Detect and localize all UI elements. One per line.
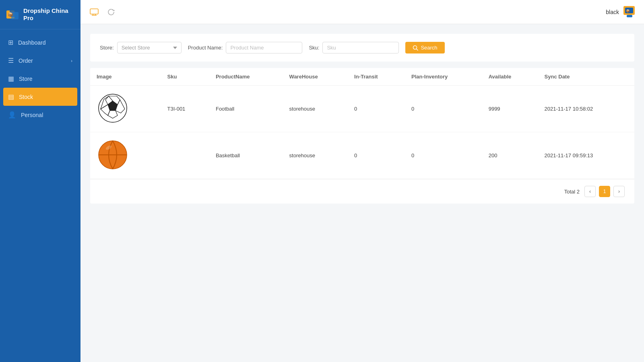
cell-available: 200	[482, 132, 538, 179]
sidebar: 📦 Dropship China Pro ⊞ Dashboard ☰ Order…	[0, 0, 80, 362]
cell-in-transit: 0	[348, 132, 405, 179]
stock-table: Image Sku ProductName WareHouse In-Trans…	[90, 68, 634, 204]
cell-available: 9999	[482, 86, 538, 132]
prev-page-button[interactable]: ‹	[584, 186, 596, 197]
sidebar-logo-text: Dropship China Pro	[23, 7, 75, 22]
sidebar-item-stock[interactable]: ▤ Stock	[3, 88, 77, 106]
monitor-icon[interactable]	[89, 6, 100, 18]
svg-text:📦: 📦	[626, 9, 630, 13]
sku-label: Sku:	[309, 45, 319, 51]
sidebar-item-dashboard[interactable]: ⊞ Dashboard	[0, 33, 80, 51]
cell-sync-date: 2021-11-17 09:59:13	[538, 132, 634, 179]
personal-icon: 👤	[8, 111, 16, 119]
stock-icon: ▤	[8, 93, 14, 101]
next-page-button[interactable]: ›	[613, 186, 625, 197]
cell-in-transit: 0	[348, 86, 405, 132]
cell-sync-date: 2021-11-17 10:58:02	[538, 86, 634, 132]
cell-product-name: Basketball	[209, 132, 283, 179]
sidebar-nav: ⊞ Dashboard ☰ Order › ▦ Store ▤ Stock 👤 …	[0, 29, 80, 362]
sidebar-logo[interactable]: 📦 Dropship China Pro	[0, 0, 80, 29]
product-name-input[interactable]	[226, 42, 302, 53]
topbar-left	[89, 6, 117, 18]
col-available: Available	[482, 68, 538, 86]
cell-plan-inventory: 0	[405, 86, 482, 132]
cell-sku	[161, 132, 209, 179]
user-name: black	[606, 9, 619, 15]
sidebar-item-order[interactable]: ☰ Order ›	[0, 51, 80, 70]
topbar: black 📦	[80, 0, 644, 24]
table-row: Basketball storehouse 0 0 200 2021-11-17…	[90, 132, 634, 179]
sidebar-item-label: Personal	[21, 112, 43, 118]
sku-input[interactable]	[322, 42, 399, 53]
svg-rect-10	[627, 15, 632, 17]
sidebar-item-personal[interactable]: 👤 Personal	[0, 106, 80, 124]
cell-image	[90, 86, 161, 132]
refresh-icon[interactable]	[105, 6, 117, 18]
col-warehouse: WareHouse	[283, 68, 348, 86]
col-product-name: ProductName	[209, 68, 283, 86]
topbar-right: black 📦	[606, 6, 636, 19]
content-area: Store: Select Store Product Name: Sku: S…	[80, 24, 644, 362]
col-sku: Sku	[161, 68, 209, 86]
col-sync-date: Sync Date	[538, 68, 634, 86]
cell-sku: T3I-001	[161, 86, 209, 132]
col-image: Image	[90, 68, 161, 86]
dashboard-icon: ⊞	[8, 39, 13, 46]
main-area: black 📦 Store: Select Store Product Name…	[80, 0, 644, 362]
store-filter-group: Store: Select Store	[100, 42, 182, 53]
store-label: Store:	[100, 45, 114, 51]
page-total: Total 2	[564, 189, 580, 195]
search-button[interactable]: Search	[405, 42, 444, 53]
sidebar-item-label: Stock	[19, 94, 33, 100]
col-plan-inventory: Plan-Inventory	[405, 68, 482, 86]
store-icon: ▦	[8, 75, 14, 82]
chevron-right-icon: ›	[71, 58, 72, 63]
logo-icon: 📦	[6, 7, 20, 22]
pagination-bar: Total 2 ‹ 1 ›	[90, 179, 634, 204]
sidebar-item-label: Store	[19, 76, 32, 82]
sidebar-item-label: Dashboard	[18, 39, 46, 46]
order-icon: ☰	[8, 57, 14, 64]
cell-warehouse: storehouse	[283, 132, 348, 179]
svg-line-13	[417, 49, 418, 50]
product-name-filter-group: Product Name:	[188, 42, 303, 53]
page-1-button[interactable]: 1	[599, 186, 610, 197]
table-row: T3I-001 Football storehouse 0 0 9999 202…	[90, 86, 634, 132]
sku-filter-group: Sku:	[309, 42, 399, 53]
store-select[interactable]: Select Store	[117, 42, 182, 53]
svg-text:📦: 📦	[8, 12, 13, 17]
sidebar-item-label: Order	[19, 58, 33, 64]
product-name-label: Product Name:	[188, 45, 223, 51]
cell-warehouse: storehouse	[283, 86, 348, 132]
col-in-transit: In-Transit	[348, 68, 405, 86]
sidebar-item-store[interactable]: ▦ Store	[0, 70, 80, 88]
search-icon	[413, 45, 418, 51]
search-button-label: Search	[421, 45, 437, 51]
svg-rect-4	[90, 9, 98, 14]
cell-plan-inventory: 0	[405, 132, 482, 179]
filter-bar: Store: Select Store Product Name: Sku: S…	[90, 34, 634, 62]
cell-image	[90, 132, 161, 179]
user-avatar-icon[interactable]: 📦	[623, 6, 636, 19]
cell-product-name: Football	[209, 86, 283, 132]
